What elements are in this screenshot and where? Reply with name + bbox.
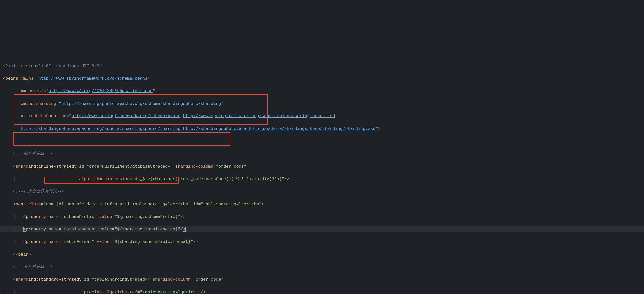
attr-name: name	[49, 214, 59, 219]
code-line[interactable]: <beans xmlns="http://www.springframework…	[0, 75, 644, 82]
attr-value: "order_code"	[193, 277, 223, 282]
attr-name: id	[193, 202, 198, 207]
tag-name: property	[26, 227, 46, 232]
attr-name: algorithm-expression	[79, 177, 130, 181]
attr-value: "tableShardingAlgorithm"	[201, 202, 262, 207]
code-line[interactable]: │ xmlns:xsi="http://www.w3.org/2001/XMLS…	[0, 88, 644, 94]
attr-value: "ds_$->{(Math.abs(order_code.hashCode())…	[132, 177, 284, 181]
code-line[interactable]: │ <!--自定义表分片算法-->	[0, 189, 644, 195]
url[interactable]: http://shardingsphere.apache.org/schema/…	[61, 101, 221, 106]
attr-value: "totalSchemas"	[61, 227, 97, 232]
url[interactable]: http://www.w3.org/2001/XMLSchema-instanc…	[49, 89, 152, 93]
code-line[interactable]: │ │ precise-algorithm-ref="tableSharding…	[0, 289, 644, 294]
attr-name: value	[100, 227, 112, 232]
tag-name: bean	[18, 252, 28, 257]
code-line[interactable]: │ xsi:schemaLocation="http://www.springf…	[0, 113, 644, 119]
attr-value: "${sharding.schemaTable.format}"	[112, 239, 193, 244]
comment: <!--表分片策略-->	[13, 265, 52, 269]
attr-name: name	[49, 239, 59, 244]
attr-value: "${sharding.schemaPrefix}"	[114, 214, 180, 219]
attr-name: encoding	[56, 63, 76, 68]
attr-value: "tableShardingAlgorithm"	[140, 290, 201, 294]
tag-name: bean	[16, 202, 26, 207]
attr-name: sharding-column	[152, 277, 190, 282]
code-line[interactable]: │	[0, 138, 644, 145]
xml-pi-close: ?>	[97, 63, 102, 68]
code-line[interactable]: │ │ <property name="tableFormat" value="…	[0, 239, 644, 245]
code-line[interactable]: │ <!--库分片策略-->	[0, 151, 644, 157]
attr-name: xmlns:sharding	[20, 101, 56, 106]
attr-name: value	[100, 214, 112, 219]
attr-value: "orderFulfillmentDatabaseStrategy"	[87, 164, 173, 169]
attr-name: value	[97, 239, 110, 244]
tag-name: property	[26, 214, 46, 219]
url[interactable]: http://www.springframework.org/schema/be…	[183, 114, 335, 118]
attr-name: id	[79, 164, 84, 169]
comment: <!--库分片策略-->	[13, 151, 52, 156]
tag-name: sharding:standard-strategy	[16, 277, 82, 282]
code-line[interactable]: │ xmlns:sharding="http://shardingsphere.…	[0, 101, 644, 107]
code-line[interactable]: │ │ <property name="schemaPrefix" value=…	[0, 214, 644, 220]
attr-name: name	[49, 227, 59, 232]
attr-name: xmlns	[20, 76, 33, 81]
attr-value: "tableShardingStrategy"	[92, 277, 150, 282]
code-line[interactable]: │ http://shardingsphere.apache.org/schem…	[0, 126, 644, 132]
url[interactable]: http://shardingsphere.apache.org/schema/…	[183, 126, 376, 131]
code-line[interactable]: │ │ algorithm-expression="ds_$->{(Math.a…	[0, 176, 644, 182]
attr-name: id	[84, 277, 89, 282]
attr-value: "tableFormat"	[61, 239, 94, 244]
code-line[interactable]: │ </bean>	[0, 251, 644, 258]
code-line[interactable]: │ <!--表分片策略-->	[0, 264, 644, 270]
code-editor[interactable]: <?xml version="1.0" encoding="UTF-8"?> <…	[0, 25, 644, 294]
attr-value: "1.0"	[38, 63, 51, 68]
attr-name: xmlns:xsi	[20, 89, 44, 93]
xml-pi-open: <?xml	[3, 63, 18, 68]
comment: <!--自定义表分片算法-->	[13, 189, 64, 194]
attr-name: version	[18, 63, 36, 68]
code-line[interactable]: │ <bean class="com.jdl.uep.ofc.domain.in…	[0, 201, 644, 207]
code-line[interactable]: │ <sharding:inline-strategy id="orderFul…	[0, 163, 644, 170]
tag-name: property	[26, 239, 46, 244]
code-line-active[interactable]: │ │ <property name="totalSchemas" value=…	[0, 226, 644, 232]
attr-value: "order_code"	[216, 164, 246, 169]
attr-name: precise-algorithm-ref	[84, 290, 137, 294]
attr-value: "UTF-8"	[79, 63, 97, 68]
url[interactable]: http://www.springframework.org/schema/be…	[71, 114, 180, 118]
url[interactable]: http://www.springframework.org/schema/be…	[38, 76, 148, 81]
url[interactable]: http://shardingsphere.apache.org/schema/…	[20, 126, 180, 131]
code-line[interactable]: │ <sharding:standard-strategy id="tableS…	[0, 276, 644, 283]
tag-name: beans	[6, 76, 18, 81]
attr-value: "${sharding.totalSchemas}"	[114, 227, 180, 232]
attr-value: "schemaPrefix"	[61, 214, 97, 219]
attr-name: sharding-column	[176, 164, 214, 169]
code-line[interactable]: <?xml version="1.0" encoding="UTF-8"?>	[0, 63, 644, 69]
attr-name: xsi:schemaLocation	[20, 114, 66, 118]
attr-name: class	[28, 202, 41, 207]
attr-value: "com.jdl.uep.ofc.domain.infra.util.Table…	[44, 202, 190, 207]
tag-name: sharding:inline-strategy	[16, 164, 76, 169]
highlight-box-1	[14, 94, 268, 125]
